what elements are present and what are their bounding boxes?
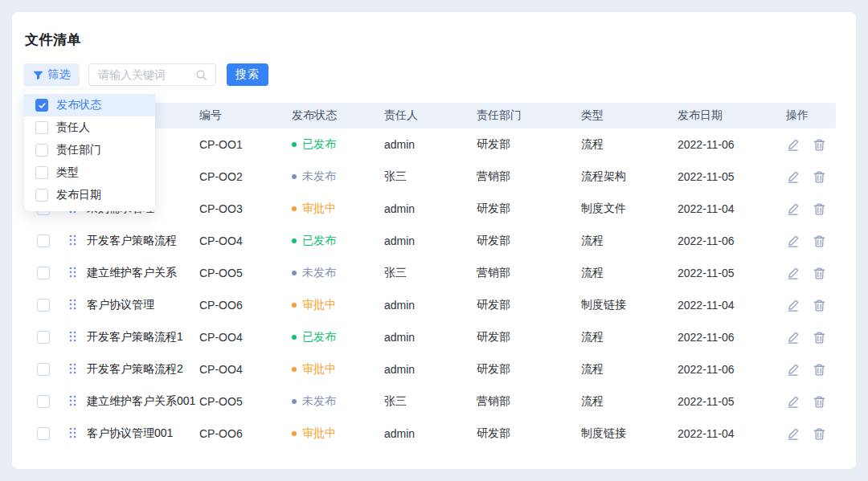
filter-option[interactable]: 责任部门 [24,139,155,161]
drag-handle-icon[interactable] [69,427,76,438]
filter-button[interactable]: 筛选 [23,63,80,86]
filter-option[interactable]: 责任人 [24,116,155,139]
status-label: 已发布 [302,137,336,152]
row-checkbox[interactable] [37,331,50,344]
file-list-panel: 文件清单 筛选 搜索 编号 发布状态 责任人 责任部门 类型 发布日期 操作 [12,12,856,469]
status-badge: 未发布 [292,266,384,280]
date-cell: 2022-11-04 [678,202,786,215]
delete-button[interactable] [813,331,826,344]
column-header-ops: 操作 [786,108,836,123]
type-cell: 流程 [581,330,678,344]
row-checkbox[interactable] [37,299,50,312]
filter-option-label: 类型 [56,165,79,180]
drag-handle-icon[interactable] [69,331,76,342]
checkbox-icon[interactable] [35,121,48,134]
status-label: 审批中 [302,202,336,216]
type-cell: 流程 [581,394,678,409]
checkbox-icon[interactable] [35,166,48,179]
row-checkbox[interactable] [37,267,50,279]
checkbox-icon[interactable] [35,189,48,202]
checkbox-icon[interactable] [35,144,48,157]
type-cell: 制度链接 [581,298,678,312]
filter-option[interactable]: 类型 [24,161,155,184]
owner-cell: admin [384,202,477,215]
search-input[interactable] [89,68,195,81]
edit-button[interactable] [786,202,800,216]
delete-button[interactable] [813,299,826,312]
row-checkbox[interactable] [37,427,50,440]
file-name-cell: 客户协议管理001 [87,426,199,441]
edit-button[interactable] [786,427,800,441]
row-checkbox[interactable] [37,395,50,408]
status-dot [292,303,297,308]
drag-handle-icon[interactable] [69,267,76,278]
code-cell: CP-OO4 [199,234,292,247]
type-cell: 流程架构 [581,169,678,184]
filter-option-label: 责任部门 [56,143,101,157]
edit-button[interactable] [786,267,800,280]
edit-button[interactable] [786,395,800,409]
edit-button[interactable] [786,234,800,248]
date-cell: 2022-11-04 [678,299,786,312]
column-header-dept: 责任部门 [477,108,581,123]
column-header-status: 发布状态 [292,108,384,123]
filter-button-label: 筛选 [48,67,71,82]
delete-button[interactable] [813,267,826,280]
status-badge: 未发布 [292,394,384,409]
owner-cell: 张三 [384,169,477,184]
status-dot [292,174,297,179]
delete-button[interactable] [813,202,826,216]
status-badge: 未发布 [292,169,384,184]
owner-cell: admin [384,331,477,344]
drag-handle-icon[interactable] [69,363,76,374]
filter-option[interactable]: 发布状态 [24,94,155,116]
delete-button[interactable] [813,138,826,152]
edit-button[interactable] [786,331,800,344]
drag-handle-icon[interactable] [69,234,76,246]
ops-cell [786,170,836,184]
drag-handle-icon[interactable] [69,395,76,406]
dept-cell: 研发部 [477,234,581,248]
status-badge: 已发布 [292,330,384,344]
edit-button[interactable] [786,299,800,312]
ops-cell [786,427,836,441]
dept-cell: 研发部 [477,137,581,152]
status-dot [292,431,297,436]
type-cell: 流程 [581,234,678,248]
code-cell: CP-OO4 [199,331,292,344]
delete-button[interactable] [813,427,826,441]
delete-button[interactable] [813,170,826,184]
search-button[interactable]: 搜索 [227,63,268,86]
status-dot [292,271,297,275]
file-name-cell: 建立维护客户关系 [87,266,199,280]
page-title: 文件清单 [25,31,81,49]
funnel-icon [33,70,43,80]
status-label: 未发布 [302,266,336,280]
ops-cell [786,234,836,248]
edit-button[interactable] [786,170,800,184]
status-label: 审批中 [302,362,336,377]
table-row: 客户协议管理 CP-OO6 审批中 admin 研发部 制度链接 2022-11… [24,289,836,321]
delete-button[interactable] [813,234,826,248]
row-checkbox[interactable] [37,234,50,247]
owner-cell: 张三 [384,394,477,409]
delete-button[interactable] [813,395,826,409]
type-cell: 流程 [581,362,678,377]
code-cell: CP-OO4 [199,363,292,376]
checkbox-icon[interactable] [35,99,48,112]
drag-handle-icon[interactable] [69,299,76,310]
delete-button[interactable] [813,363,826,377]
edit-button[interactable] [786,138,800,152]
status-dot [292,335,297,340]
code-cell: CP-OO2 [199,170,292,183]
search-box [88,63,216,86]
code-cell: CP-OO5 [199,395,292,408]
row-checkbox[interactable] [37,363,50,376]
ops-cell [786,363,836,377]
type-cell: 流程 [581,137,678,152]
date-cell: 2022-11-06 [678,331,786,344]
code-cell: CP-OO5 [199,267,292,279]
edit-button[interactable] [786,363,800,377]
dept-cell: 营销部 [477,169,581,184]
filter-option[interactable]: 发布日期 [24,184,155,206]
